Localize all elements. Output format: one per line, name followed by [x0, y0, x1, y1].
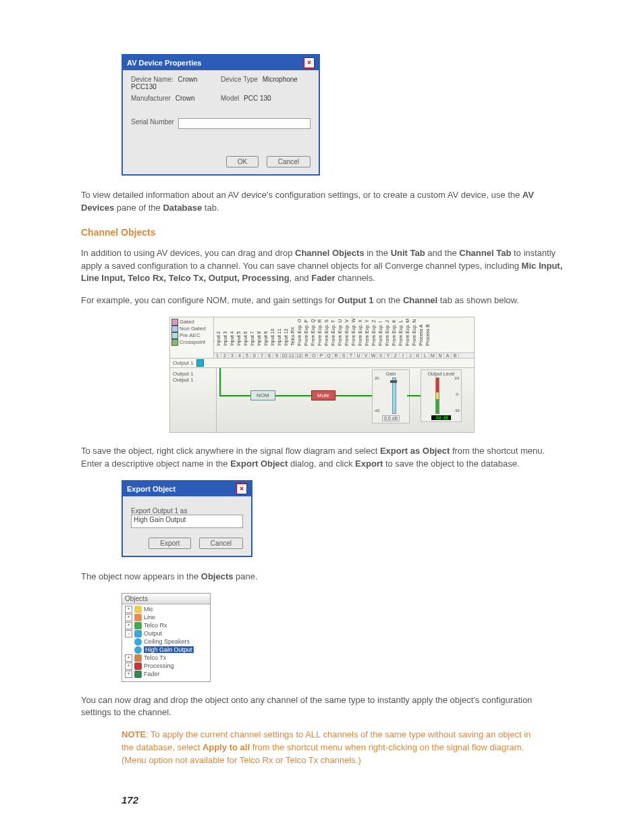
- dialog-titlebar: AV Device Properties ×: [123, 55, 319, 70]
- flow-channel-labels: Output 1 Output 1: [170, 368, 217, 432]
- model-label: Model: [221, 95, 239, 102]
- page-number: 172: [81, 794, 563, 806]
- tree-item-processing[interactable]: +Processing: [124, 662, 209, 671]
- expand-icon[interactable]: +: [125, 654, 132, 662]
- tree-item-output[interactable]: -Output: [124, 630, 209, 638]
- dialog-title: Export Object: [127, 485, 176, 493]
- column-number-row: 123456789101112ROPQRSTUVWXYZIJKLMNAB: [214, 353, 474, 358]
- export-object-dialog: Export Object × Export Output 1 as High …: [122, 480, 252, 557]
- wire: [407, 395, 421, 396]
- close-icon[interactable]: ×: [236, 484, 247, 494]
- manufacturer-value: Crown: [176, 95, 195, 102]
- gain-readout: 0.0 dB: [382, 415, 400, 421]
- nom-button[interactable]: NOM: [250, 390, 275, 400]
- expand-icon[interactable]: +: [125, 671, 132, 678]
- expand-icon[interactable]: +: [125, 622, 132, 629]
- wire: [219, 368, 221, 396]
- device-type-value: Microphone: [263, 76, 298, 83]
- export-name-input[interactable]: High Gain Output: [131, 515, 243, 528]
- legend: Gated Non Gated Pre AEC Crosspoint: [170, 317, 214, 358]
- cancel-button[interactable]: Cancel: [267, 156, 311, 167]
- dialog-titlebar: Export Object ×: [123, 481, 251, 496]
- crosspoint-cell[interactable]: [196, 359, 204, 367]
- expand-icon[interactable]: +: [125, 614, 132, 621]
- objects-pane-header: Objects: [122, 594, 210, 604]
- body-text: The object now appears in the Objects pa…: [81, 571, 563, 583]
- wire: [352, 395, 372, 396]
- export-field-label: Export Output 1 as: [131, 507, 240, 515]
- body-text: In addition to using AV devices, you can…: [81, 247, 563, 286]
- collapse-icon[interactable]: -: [125, 630, 132, 637]
- manufacturer-label: Manufacturer: [131, 95, 171, 102]
- body-text: To save the object, right click anywhere…: [81, 445, 563, 471]
- document-page: AV Device Properties × Device Name: Crow…: [0, 0, 644, 833]
- level-bar: [435, 377, 439, 414]
- serial-number-input[interactable]: [178, 118, 311, 129]
- close-icon[interactable]: ×: [304, 57, 315, 68]
- signal-flow-screenshot: Gated Non Gated Pre AEC Crosspoint Input…: [169, 317, 475, 433]
- tree-item-mic[interactable]: +Mic: [124, 606, 209, 614]
- body-text: You can now drag and drop the object ont…: [81, 694, 563, 720]
- note-block: NOTE: To apply the current channel setti…: [81, 729, 563, 767]
- tree-item-telco-rx[interactable]: +Telco Rx: [124, 622, 209, 630]
- tree-item-telco-tx[interactable]: +Telco Tx: [124, 654, 209, 662]
- body-text: To view detailed information about an AV…: [81, 189, 563, 215]
- tree-item-line[interactable]: +Line: [124, 614, 209, 622]
- device-name-label: Device Name:: [131, 76, 173, 83]
- body-text: For example, you can configure NOM, mute…: [81, 294, 563, 307]
- cancel-button[interactable]: Cancel: [199, 538, 243, 549]
- serial-number-label: Serial Number: [131, 118, 174, 129]
- av-device-properties-dialog: AV Device Properties × Device Name: Crow…: [122, 54, 320, 176]
- export-button[interactable]: Export: [149, 538, 191, 549]
- output-row-header: Output 1: [170, 359, 474, 368]
- tree-item-ceiling-speakers[interactable]: Ceiling Speakers: [124, 638, 209, 646]
- gain-meter: Gain 20-65 0.0 dB: [372, 369, 410, 423]
- mute-button[interactable]: Mute: [311, 390, 336, 400]
- output-level-meter: Output Level 20-5-30 -98 dB: [421, 369, 462, 422]
- device-type-label: Device Type: [221, 76, 258, 83]
- expand-icon[interactable]: +: [125, 662, 132, 670]
- model-value: PCC 130: [244, 95, 271, 102]
- expand-icon[interactable]: +: [125, 606, 132, 613]
- column-labels: Input 1Input 2Input 3Input 4Input 5Input…: [214, 317, 474, 322]
- objects-pane: Objects +Mic +Line +Telco Rx -Output Cei…: [122, 593, 211, 682]
- ok-button[interactable]: OK: [226, 156, 259, 167]
- level-readout: -98 dB: [431, 415, 451, 420]
- gain-slider[interactable]: [392, 377, 396, 414]
- tree-item-fader[interactable]: +Fader: [124, 671, 209, 679]
- dialog-title: AV Device Properties: [127, 59, 201, 67]
- section-heading: Channel Objects: [81, 227, 563, 238]
- tree-item-high-gain-output[interactable]: High Gain Output: [124, 646, 209, 654]
